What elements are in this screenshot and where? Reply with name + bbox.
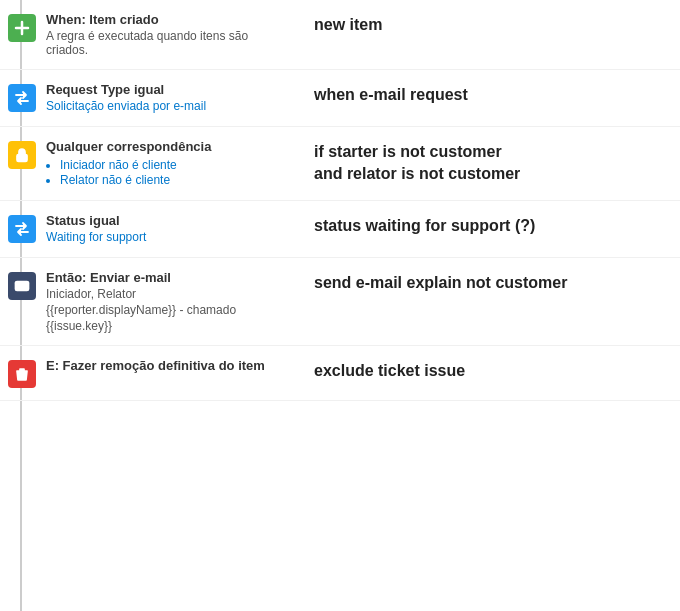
email-icon [8, 272, 36, 300]
left-col-fazer-remocao: E: Fazer remoção definitiva do item [0, 358, 290, 388]
right-col-when-item-criado: new item [290, 12, 680, 36]
right-label-fazer-remocao: exclude ticket issue [314, 360, 465, 382]
item-subtitle-request-type: Solicitação enviada por e-mail [46, 99, 206, 113]
left-col-status-igual: Status igualWaiting for support [0, 213, 290, 245]
right-col-qualquer-correspondencia: if starter is not customerand relator is… [290, 139, 680, 186]
bullet-list-qualquer-correspondencia: Iniciador não é clienteRelator não é cli… [46, 158, 211, 188]
extra-text-enviar-email: {{reporter.displayName}} - chamado [46, 303, 236, 317]
trash-icon [8, 360, 36, 388]
right-label-enviar-email: send e-mail explain not customer [314, 272, 567, 294]
plus-icon [8, 14, 36, 42]
right-col-enviar-email: send e-mail explain not customer [290, 270, 680, 294]
item-title-qualquer-correspondencia: Qualquer correspondência [46, 139, 211, 154]
item-subtitle-enviar-email: Iniciador, Relator [46, 287, 236, 301]
item-title-when-item-criado: When: Item criado [46, 12, 290, 27]
right-label-request-type: when e-mail request [314, 84, 468, 106]
row-request-type[interactable]: Request Type igualSolicitação enviada po… [0, 70, 680, 127]
svg-point-1 [21, 157, 23, 159]
bullet-item: Relator não é cliente [60, 173, 211, 187]
bullet-item: Iniciador não é cliente [60, 158, 211, 172]
row-when-item-criado[interactable]: When: Item criadoA regra é executada qua… [0, 0, 680, 70]
left-col-request-type: Request Type igualSolicitação enviada po… [0, 82, 290, 114]
extra-text-enviar-email: {{issue.key}} [46, 319, 236, 333]
left-col-qualquer-correspondencia: Qualquer correspondênciaIniciador não é … [0, 139, 290, 188]
item-title-enviar-email: Então: Enviar e-mail [46, 270, 236, 285]
item-title-request-type: Request Type igual [46, 82, 206, 97]
right-label-qualquer-correspondencia: if starter is not customerand relator is… [314, 141, 520, 186]
lock-icon [8, 141, 36, 169]
left-col-when-item-criado: When: Item criadoA regra é executada qua… [0, 12, 290, 57]
row-fazer-remocao[interactable]: E: Fazer remoção definitiva do itemexclu… [0, 346, 680, 401]
left-col-enviar-email: Então: Enviar e-mailIniciador, Relator{{… [0, 270, 290, 333]
text-block-request-type: Request Type igualSolicitação enviada po… [46, 82, 206, 114]
right-label-when-item-criado: new item [314, 14, 382, 36]
text-block-status-igual: Status igualWaiting for support [46, 213, 146, 245]
row-qualquer-correspondencia[interactable]: Qualquer correspondênciaIniciador não é … [0, 127, 680, 201]
right-col-status-igual: status waiting for support (?) [290, 213, 680, 237]
text-block-fazer-remocao: E: Fazer remoção definitiva do item [46, 358, 265, 375]
item-subtitle-when-item-criado: A regra é executada quando itens são cri… [46, 29, 290, 57]
exchange-icon [8, 84, 36, 112]
item-title-status-igual: Status igual [46, 213, 146, 228]
text-block-enviar-email: Então: Enviar e-mailIniciador, Relator{{… [46, 270, 236, 333]
exchange-icon [8, 215, 36, 243]
text-block-when-item-criado: When: Item criadoA regra é executada qua… [46, 12, 290, 57]
right-label-status-igual: status waiting for support (?) [314, 215, 535, 237]
right-col-fazer-remocao: exclude ticket issue [290, 358, 680, 382]
right-col-request-type: when e-mail request [290, 82, 680, 106]
row-status-igual[interactable]: Status igualWaiting for supportstatus wa… [0, 201, 680, 258]
item-title-fazer-remocao: E: Fazer remoção definitiva do item [46, 358, 265, 373]
row-enviar-email[interactable]: Então: Enviar e-mailIniciador, Relator{{… [0, 258, 680, 346]
text-block-qualquer-correspondencia: Qualquer correspondênciaIniciador não é … [46, 139, 211, 188]
item-subtitle-status-igual: Waiting for support [46, 230, 146, 244]
main-container: When: Item criadoA regra é executada qua… [0, 0, 680, 401]
